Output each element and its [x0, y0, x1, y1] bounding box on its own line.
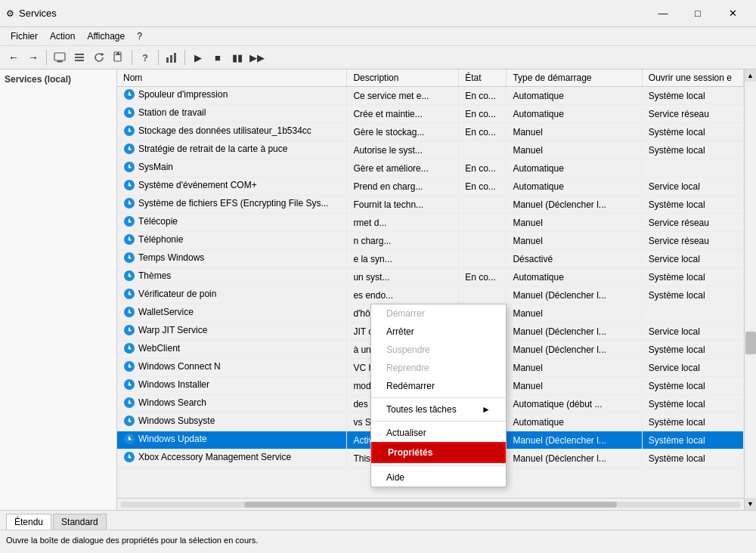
maximize-button[interactable]: □ [680, 2, 715, 25]
service-startup-cell: Automatique [507, 87, 642, 105]
service-state-cell: En co... [459, 268, 507, 286]
service-icon [123, 415, 135, 427]
ctx-demarrer[interactable]: Démarrer [371, 304, 506, 323]
service-session-cell: Système local [642, 87, 743, 105]
col-session[interactable]: Ouvrir une session e [642, 70, 743, 87]
chart-button[interactable] [163, 48, 181, 66]
service-state-cell: En co... [459, 105, 507, 123]
table-row[interactable]: SysMain Gère et améliore... En co... Aut… [117, 159, 744, 178]
svg-marker-6 [101, 53, 104, 56]
ctx-redemarrer[interactable]: Redémarrer [371, 377, 506, 395]
forward-button[interactable]: → [24, 48, 42, 66]
scroll-down-button[interactable]: ▼ [745, 498, 757, 510]
service-icon [123, 143, 135, 155]
svg-point-52 [128, 437, 131, 440]
service-startup-cell: Manuel (Déclencher l... [507, 341, 642, 359]
service-startup-cell: Manuel [507, 123, 642, 141]
service-name-cell: Système de fichiers EFS (Encrypting File… [117, 196, 347, 214]
horizontal-scrollbar[interactable] [117, 498, 744, 510]
table-header-row: Nom Description État Type de démarrage O… [117, 70, 744, 87]
service-name-cell: Thèmes [117, 268, 347, 286]
menu-action[interactable]: Action [44, 29, 81, 44]
tab-bar: Étendu Standard [0, 510, 756, 530]
svg-point-32 [128, 256, 131, 259]
col-description[interactable]: Description [347, 70, 459, 87]
table-row[interactable]: Station de travail Crée et maintie... En… [117, 105, 744, 123]
scroll-up-button[interactable]: ▲ [745, 70, 757, 82]
ctx-reprendre[interactable]: Reprendre [371, 359, 506, 377]
help-button[interactable]: ? [136, 48, 154, 66]
service-icon [123, 342, 135, 354]
ctx-separator-3 [371, 465, 506, 466]
service-state-cell [459, 232, 507, 250]
table-row[interactable]: Système d'événement COM+ Prend en charg.… [117, 178, 744, 196]
menu-help[interactable]: ? [131, 29, 148, 44]
service-state-cell [459, 196, 507, 214]
export-button[interactable] [110, 48, 128, 66]
pause-button[interactable]: ▮▮ [228, 48, 246, 66]
svg-point-38 [128, 310, 131, 314]
col-nom[interactable]: Nom [117, 70, 347, 87]
svg-rect-3 [75, 54, 84, 55]
refresh-button[interactable] [90, 48, 108, 66]
service-desc-cell: Ce service met e... [347, 87, 459, 105]
tab-etendu[interactable]: Étendu [6, 514, 51, 530]
restart-button[interactable]: ▶▶ [248, 48, 266, 66]
table-row[interactable]: Temps Windows e la syn... Désactivé Serv… [117, 250, 744, 268]
table-row[interactable]: Système de fichiers EFS (Encrypting File… [117, 196, 744, 214]
service-icon [123, 288, 135, 300]
minimize-button[interactable]: — [646, 2, 680, 25]
table-row[interactable]: Spouleur d'impression Ce service met e..… [117, 87, 744, 105]
service-icon [123, 125, 135, 137]
menu-fichier[interactable]: Fichier [5, 29, 44, 44]
table-row[interactable]: Stockage des données utilisateur_1b534cc… [117, 123, 744, 141]
ctx-taches[interactable]: Toutes les tâches► [371, 400, 506, 419]
table-scroll[interactable]: Nom Description État Type de démarrage O… [117, 70, 744, 498]
sidebar: Services (local) [0, 70, 117, 510]
service-desc-cell: Fournit la techn... [347, 196, 459, 214]
list-button[interactable] [70, 48, 88, 66]
svg-point-34 [128, 274, 131, 277]
table-row[interactable]: Téléphonie n charg... Manuel Service rés… [117, 232, 744, 250]
service-icon [123, 306, 135, 318]
ctx-suspendre[interactable]: Suspendre [371, 341, 506, 359]
service-session-cell: Système local [642, 377, 743, 395]
ctx-actualiser[interactable]: Actualiser [371, 424, 506, 442]
tab-standard[interactable]: Standard [53, 514, 107, 530]
menu-bar: Fichier Action Affichage ? [0, 27, 756, 46]
table-row[interactable]: Thèmes un syst... En co... Automatique S… [117, 268, 744, 286]
vertical-scrollbar[interactable]: ▲ ▼ [744, 70, 756, 510]
close-button[interactable]: ✕ [715, 2, 750, 25]
service-session-cell: Système local [642, 395, 743, 413]
service-session-cell: Système local [642, 341, 743, 359]
table-row[interactable]: Vérificateur de poin es endo... Manuel (… [117, 286, 744, 304]
ctx-arreter[interactable]: Arrêter [371, 323, 506, 341]
svg-point-26 [128, 202, 131, 205]
service-desc-cell: rmet d... [347, 214, 459, 232]
svg-point-50 [128, 419, 131, 422]
col-etat[interactable]: État [459, 70, 507, 87]
table-row[interactable]: Stratégie de retrait de la carte à puce … [117, 141, 744, 159]
service-icon [123, 179, 135, 191]
menu-affichage[interactable]: Affichage [81, 29, 131, 44]
ctx-aide[interactable]: Aide [371, 468, 506, 487]
col-type[interactable]: Type de démarrage [507, 70, 642, 87]
service-name-cell: Station de travail [117, 105, 347, 123]
back-button[interactable]: ← [5, 48, 23, 66]
stop-button[interactable]: ■ [209, 48, 227, 66]
service-icon [123, 378, 135, 391]
ctx-proprietes[interactable]: Propriétés [371, 442, 506, 463]
service-session-cell: Service réseau [642, 232, 743, 250]
play-button[interactable]: ▶ [189, 48, 207, 66]
computer-button[interactable] [51, 48, 69, 66]
service-name-cell: Temps Windows [117, 250, 347, 268]
table-row[interactable]: Télécopie rmet d... Manuel Service résea… [117, 214, 744, 232]
svg-rect-5 [75, 60, 84, 61]
svg-point-48 [128, 401, 131, 404]
svg-point-14 [128, 93, 131, 96]
service-name-cell: Stratégie de retrait de la carte à puce [117, 141, 347, 159]
sidebar-title: Services (local) [5, 74, 112, 85]
service-state-cell: En co... [459, 178, 507, 196]
service-name-cell: Vérificateur de poin [117, 286, 347, 304]
service-startup-cell: Automatique [507, 159, 642, 178]
